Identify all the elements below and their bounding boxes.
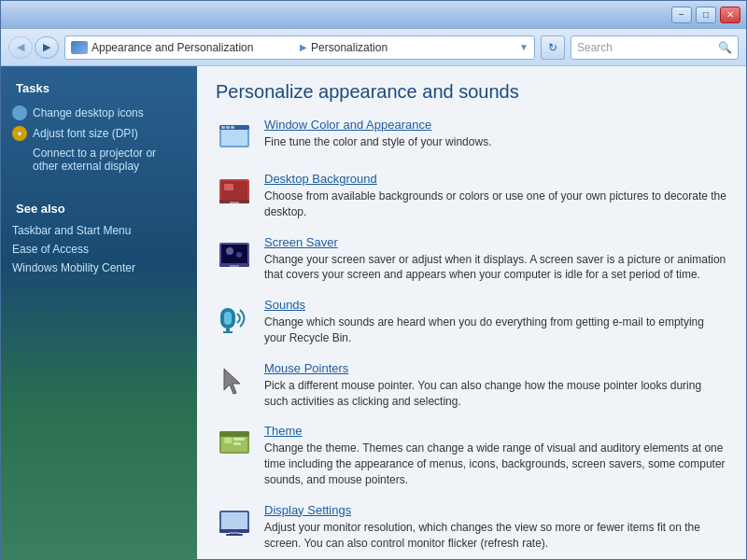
sidebar-item-adjust-font-size[interactable]: ● Adjust font size (DPI): [1, 123, 197, 144]
screen-saver-desc: Change your screen saver or adjust when …: [264, 252, 727, 284]
sidebar-item-connect-projector[interactable]: Connect to a projector or other external…: [1, 144, 197, 175]
desktop-bg-icon: [216, 174, 253, 211]
shield-icon: ●: [12, 126, 27, 141]
svg-rect-8: [224, 184, 233, 190]
svg-point-14: [236, 252, 242, 258]
forward-button[interactable]: ▶: [35, 36, 59, 59]
svg-rect-12: [221, 245, 247, 263]
close-button[interactable]: ✕: [720, 7, 740, 23]
desktop-bg-desc: Choose from available backgrounds or col…: [264, 189, 727, 220]
main-content: Personalize appearance and sounds Window…: [197, 66, 746, 559]
sidebar: Tasks Change desktop icons ● Adjust font…: [1, 66, 197, 559]
setting-window-color: Window Color and Appearance Fine tune th…: [216, 118, 727, 157]
mouse-pointers-content: Mouse Pointers Pick a different mouse po…: [264, 361, 727, 410]
content-area: Tasks Change desktop icons ● Adjust font…: [1, 66, 746, 559]
svg-rect-5: [231, 126, 234, 129]
svg-rect-25: [224, 438, 232, 443]
sidebar-item-label: Windows Mobility Center: [12, 261, 135, 274]
sidebar-item-change-desktop-icons[interactable]: Change desktop icons: [1, 103, 197, 123]
setting-screen-saver: Screen Saver Change your screen saver or…: [216, 235, 727, 284]
tasks-title: Tasks: [1, 77, 197, 103]
display-desc: Adjust your monitor resolution, which ch…: [264, 520, 727, 552]
theme-desc: Change the theme. Themes can change a wi…: [264, 441, 727, 487]
svg-rect-20: [223, 331, 233, 333]
address-part1: Appearance and Personalization: [92, 41, 296, 54]
window-color-content: Window Color and Appearance Fine tune th…: [264, 118, 727, 150]
setting-theme: Theme Change the theme. Themes can chang…: [216, 424, 727, 487]
address-separator: ▶: [300, 42, 307, 52]
svg-rect-29: [221, 512, 247, 529]
address-icon: [71, 41, 88, 54]
sounds-desc: Change which sounds are heard when you d…: [264, 315, 727, 346]
window-color-desc: Fine tune the color and style of your wi…: [264, 134, 727, 150]
setting-mouse-pointers: Mouse Pointers Pick a different mouse po…: [216, 361, 727, 410]
search-placeholder: Search: [577, 41, 718, 54]
screen-saver-content: Screen Saver Change your screen saver or…: [264, 235, 727, 284]
desktop-bg-content: Desktop Background Choose from available…: [264, 172, 727, 220]
svg-marker-21: [224, 369, 240, 394]
search-box[interactable]: Search 🔍: [571, 35, 739, 60]
sidebar-item-label: Change desktop icons: [33, 106, 144, 119]
desktop-bg-link[interactable]: Desktop Background: [264, 172, 377, 186]
toolbar: ◀ ▶ Appearance and Personalization ▶ Per…: [1, 29, 746, 66]
sidebar-divider: [1, 175, 197, 194]
search-icon[interactable]: 🔍: [718, 41, 732, 54]
sidebar-item-label: Taskbar and Start Menu: [12, 224, 131, 237]
svg-rect-16: [230, 265, 239, 267]
screen-saver-icon: [216, 237, 253, 274]
display-content: Display Settings Adjust your monitor res…: [264, 503, 727, 552]
svg-point-13: [226, 247, 233, 255]
sidebar-item-ease-of-access[interactable]: Ease of Access: [1, 240, 197, 259]
svg-rect-10: [230, 202, 239, 203]
svg-rect-31: [230, 532, 239, 534]
setting-desktop-bg: Desktop Background Choose from available…: [216, 172, 727, 220]
display-link[interactable]: Display Settings: [264, 503, 351, 517]
nav-buttons: ◀ ▶: [8, 36, 59, 59]
sounds-link[interactable]: Sounds: [264, 298, 305, 312]
back-button[interactable]: ◀: [8, 36, 33, 59]
sidebar-item-label: Connect to a projector or other external…: [12, 147, 182, 173]
svg-rect-26: [233, 438, 245, 441]
address-bar[interactable]: Appearance and Personalization ▶ Persona…: [64, 35, 535, 60]
setting-sounds: Sounds Change which sounds are heard whe…: [216, 298, 727, 346]
svg-rect-32: [226, 534, 243, 536]
sounds-icon: [216, 300, 253, 337]
screen-saver-link[interactable]: Screen Saver: [264, 235, 338, 249]
address-part2: Personalization: [311, 41, 515, 54]
svg-rect-4: [226, 126, 230, 129]
theme-content: Theme Change the theme. Themes can chang…: [264, 424, 727, 487]
sidebar-item-windows-mobility-center[interactable]: Windows Mobility Center: [1, 259, 197, 277]
refresh-button[interactable]: ↻: [541, 35, 565, 60]
window-color-icon: [216, 119, 253, 157]
window-color-link[interactable]: Window Color and Appearance: [264, 118, 431, 132]
page-title: Personalize appearance and sounds: [216, 81, 727, 103]
address-dropdown-icon[interactable]: ▼: [519, 42, 529, 52]
title-bar: − □ ✕: [1, 1, 746, 29]
sidebar-item-label: Ease of Access: [12, 243, 89, 256]
theme-link[interactable]: Theme: [264, 424, 302, 438]
mouse-pointers-icon: [216, 363, 253, 400]
theme-icon: [216, 426, 253, 463]
svg-rect-3: [221, 126, 225, 129]
sidebar-item-label: Adjust font size (DPI): [33, 127, 138, 140]
minimize-button[interactable]: −: [671, 7, 692, 23]
maximize-button[interactable]: □: [696, 7, 716, 23]
svg-rect-18: [224, 312, 232, 325]
sounds-content: Sounds Change which sounds are heard whe…: [264, 298, 727, 346]
mouse-pointers-desc: Pick a different mouse pointer. You can …: [264, 378, 727, 410]
display-icon: [216, 505, 253, 542]
see-also-title: See also: [1, 194, 197, 221]
mouse-pointers-link[interactable]: Mouse Pointers: [264, 361, 348, 375]
svg-rect-24: [219, 431, 249, 437]
main-window: − □ ✕ ◀ ▶ Appearance and Personalization…: [0, 0, 747, 560]
svg-rect-27: [233, 442, 241, 445]
sidebar-item-taskbar[interactable]: Taskbar and Start Menu: [1, 221, 197, 240]
desktop-icon: [12, 105, 27, 120]
setting-display: Display Settings Adjust your monitor res…: [216, 503, 727, 552]
svg-rect-1: [221, 130, 247, 146]
